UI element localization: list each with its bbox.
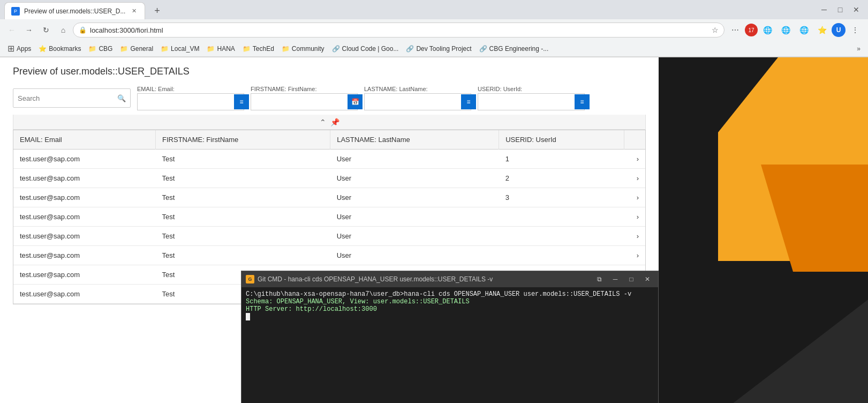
terminal-minimize-button[interactable]: ─	[609, 274, 622, 285]
bookmark-cbgengineering-label: CBG Engineering -...	[489, 45, 549, 53]
browser-chrome: P Preview of user.models::USER_D... ✕ + …	[0, 0, 868, 57]
cell-nav-arrow[interactable]: ›	[624, 150, 645, 169]
cell-nav-arrow[interactable]: ›	[624, 188, 645, 207]
filter-lastname-input[interactable]	[365, 94, 461, 110]
collapse-bar: ⌃ 📌	[13, 115, 646, 130]
cell-email: test.user@sap.com	[13, 188, 156, 207]
chrome-menu-button[interactable]: ⋮	[847, 21, 864, 39]
terminal-restore-button[interactable]: ⧉	[593, 274, 606, 285]
search-icon: 🔍	[117, 94, 126, 102]
terminal-close-button[interactable]: ✕	[641, 274, 654, 285]
table-row[interactable]: test.user@sap.comTestUser›	[13, 207, 645, 227]
tab-strip: P Preview of user.models::USER_D... ✕ + …	[0, 0, 868, 19]
search-input[interactable]	[18, 94, 114, 102]
bookmark-cloudcode[interactable]: 🔗 Cloud Code | Goo...	[329, 44, 402, 54]
cell-userid: 2	[499, 169, 624, 188]
table-header: EMAIL: Email FIRSTNAME: FirstName LASTNA…	[13, 130, 645, 150]
forward-button[interactable]: →	[21, 23, 36, 38]
column-header-userid: USERID: UserId	[499, 130, 624, 150]
cell-nav-arrow[interactable]: ›	[624, 246, 645, 265]
bookmark-localvm-label: Local_VM	[171, 45, 199, 53]
window-minimize-button[interactable]: ─	[817, 2, 832, 17]
pin-button[interactable]: 📌	[330, 118, 339, 126]
address-bar[interactable]: 🔒 localhost:3000/fiori.html ☆	[73, 23, 724, 38]
terminal-maximize-button[interactable]: □	[625, 274, 638, 285]
filter-firstname-input-wrap: 📅	[251, 93, 358, 110]
filter-lastname: LASTNAME: LastName: ≡	[364, 86, 471, 110]
column-header-lastname: LASTNAME: LastName	[330, 130, 499, 150]
tab[interactable]: P Preview of user.models::USER_D... ✕	[4, 2, 145, 19]
bookmark-star-icon[interactable]: ☆	[712, 26, 719, 34]
bookmark-apps[interactable]: ⊞ Apps	[4, 42, 34, 55]
bookmark-cloudcode-label: Cloud Code | Goo...	[342, 45, 399, 53]
table-row[interactable]: test.user@sap.comTestUser3›	[13, 188, 645, 207]
filter-email-button[interactable]: ≡	[234, 94, 249, 109]
cell-nav-arrow[interactable]: ›	[624, 169, 645, 188]
profile-avatar[interactable]: U	[832, 23, 846, 37]
filter-email: EMAIL: Email: ≡	[137, 86, 244, 110]
cell-firstname: Test	[156, 227, 330, 246]
bookmark-apps-label: Apps	[17, 45, 31, 53]
search-box[interactable]: 🔍	[13, 88, 131, 108]
table-row[interactable]: test.user@sap.comTestUser›	[13, 246, 645, 265]
terminal-window: G Git CMD - hana-cli cds OPENSAP_HANA_US…	[241, 271, 659, 403]
bookmark-community[interactable]: 📁 Community	[278, 44, 328, 54]
folder-icon-community: 📁	[282, 45, 290, 53]
back-button[interactable]: ←	[4, 23, 19, 38]
filter-userid-button[interactable]: ≡	[575, 94, 590, 109]
bookmark-general[interactable]: 📁 General	[117, 44, 156, 54]
cell-nav-arrow[interactable]: ›	[624, 227, 645, 246]
bookmark-teched[interactable]: 📁 TechEd	[239, 44, 277, 54]
cell-lastname: User	[330, 169, 499, 188]
cell-lastname: User	[330, 207, 499, 227]
browser-toolbar: ← → ↻ ⌂ 🔒 localhost:3000/fiori.html ☆ ⋯ …	[0, 19, 868, 41]
collapse-up-button[interactable]: ⌃	[320, 118, 326, 126]
window-maximize-button[interactable]: □	[833, 2, 848, 17]
filter-email-input-wrap: ≡	[137, 93, 244, 110]
extension-icon-6[interactable]: ⭐	[813, 21, 831, 39]
bookmark-hana[interactable]: 📁 HANA	[203, 44, 238, 54]
cell-firstname: Test	[156, 169, 330, 188]
cell-userid	[499, 207, 624, 227]
cell-firstname: Test	[156, 207, 330, 227]
table-row[interactable]: test.user@sap.comTestUser›	[13, 227, 645, 246]
filter-userid-input[interactable]	[478, 94, 575, 110]
extension-icon-5[interactable]: 🌐	[795, 21, 812, 39]
extension-icon-1[interactable]: ⋯	[727, 21, 744, 39]
cell-email: test.user@sap.com	[13, 227, 156, 246]
extension-icon-2[interactable]: 17	[745, 24, 758, 36]
cell-userid	[499, 227, 624, 246]
cell-firstname: Test	[156, 188, 330, 207]
new-tab-button[interactable]: +	[149, 3, 164, 18]
bookmark-bookmarks[interactable]: ⭐ Bookmarks	[35, 44, 84, 54]
folder-icon-cbg: 📁	[88, 45, 96, 53]
filter-firstname-label: FIRSTNAME: FirstName:	[251, 86, 358, 92]
cell-nav-arrow[interactable]: ›	[624, 207, 645, 227]
filter-email-label: EMAIL: Email:	[137, 86, 244, 92]
bookmark-localvm[interactable]: 📁 Local_VM	[157, 44, 202, 54]
filter-userid: USERID: UserId: ≡	[478, 86, 585, 110]
bookmark-cbg[interactable]: 📁 CBG	[85, 44, 116, 54]
filter-firstname-button[interactable]: 📅	[348, 94, 363, 109]
bookmark-devtooling[interactable]: 🔗 Dev Tooling Project	[403, 44, 474, 54]
bookmark-hana-label: HANA	[217, 45, 235, 53]
filter-firstname-input[interactable]	[251, 94, 348, 110]
extension-icon-4[interactable]: 🌐	[777, 21, 794, 39]
tab-title: Preview of user.models::USER_D...	[24, 8, 125, 15]
reload-button[interactable]: ↻	[39, 23, 54, 38]
terminal-title: Git CMD - hana-cli cds OPENSAP_HANA_USER…	[258, 275, 590, 283]
more-bookmarks-button[interactable]: »	[854, 44, 864, 54]
bookmark-cbgengineering[interactable]: 🔗 CBG Engineering -...	[476, 44, 552, 54]
extension-icon-3[interactable]: 🌐	[759, 21, 776, 39]
terminal-body: C:\github\hana-xsa-opensap-hana7\user_db…	[241, 287, 658, 403]
bookmark-devtooling-label: Dev Tooling Project	[416, 45, 471, 53]
filter-email-input[interactable]	[138, 94, 234, 110]
folder-icon-hana: 📁	[207, 45, 215, 53]
filter-lastname-button[interactable]: ≡	[461, 94, 476, 109]
table-row[interactable]: test.user@sap.comTestUser2›	[13, 169, 645, 188]
tab-close-button[interactable]: ✕	[130, 7, 138, 16]
home-button[interactable]: ⌂	[56, 23, 71, 38]
table-row[interactable]: test.user@sap.comTestUser1›	[13, 150, 645, 169]
cell-email: test.user@sap.com	[13, 265, 156, 285]
window-close-button[interactable]: ✕	[849, 2, 864, 17]
